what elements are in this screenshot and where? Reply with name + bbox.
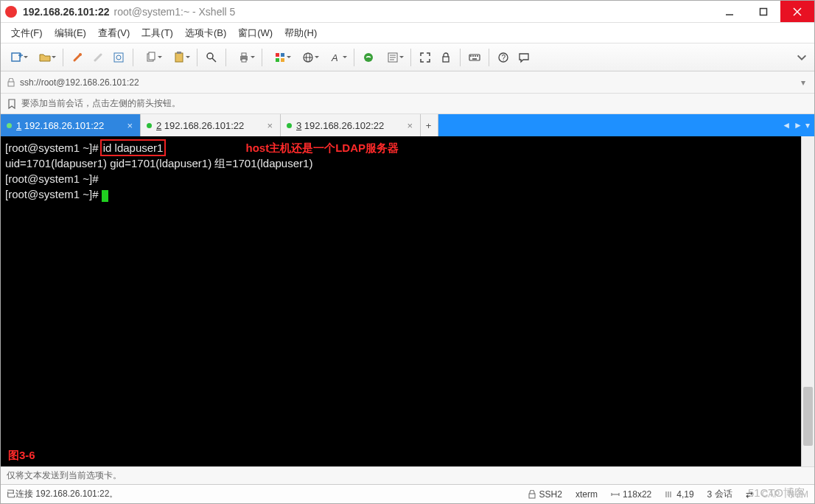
help-button[interactable]: ?	[494, 48, 513, 67]
paste-button[interactable]	[166, 48, 192, 67]
svg-rect-12	[175, 53, 183, 62]
svg-rect-22	[281, 58, 284, 62]
find-button[interactable]	[202, 48, 221, 67]
svg-rect-11	[149, 52, 155, 60]
svg-point-27	[364, 53, 373, 62]
properties-button[interactable]	[109, 48, 128, 67]
toolbar: A ?	[1, 43, 814, 71]
menu-window[interactable]: 窗口(W)	[232, 24, 279, 43]
menu-tools[interactable]: 工具(T)	[136, 24, 179, 43]
tab-label: 192.168.26.102:22	[304, 120, 384, 131]
tab-list-icon[interactable]: ▾	[805, 120, 810, 130]
toolbar-separator	[410, 49, 411, 66]
svg-rect-13	[177, 52, 181, 54]
address-bar: ssh://root@192.168.26.101:22 ▾	[1, 71, 814, 94]
tab-close-icon[interactable]: ×	[267, 120, 273, 131]
app-window: 192.168.26.101:22 root@system1:~ - Xshel…	[0, 0, 815, 504]
toolbar-overflow-button[interactable]	[792, 48, 811, 67]
svg-point-14	[207, 53, 213, 59]
tab-strip: 1 192.168.26.101:22 × 2 192.168.26.101:2…	[1, 114, 814, 136]
svg-rect-8	[114, 53, 123, 62]
svg-rect-21	[276, 58, 279, 62]
tab-close-icon[interactable]: ×	[127, 120, 133, 131]
svg-rect-4	[12, 53, 20, 61]
keyboard-button[interactable]	[465, 48, 484, 67]
toolbar-separator	[354, 49, 354, 66]
pos-icon	[665, 490, 674, 499]
figure-label: 图3-6	[8, 448, 35, 462]
prompt: [root@system1 ~]#	[5, 141, 102, 154]
tab-next-icon[interactable]: ►	[794, 120, 802, 130]
toolbar-separator	[133, 49, 133, 66]
menu-edit[interactable]: 编辑(E)	[49, 24, 92, 43]
num-indicator: NUM	[788, 489, 808, 500]
color-scheme-button[interactable]	[267, 48, 293, 67]
tab-label: 192.168.26.101:22	[24, 120, 104, 131]
status-bar: 已连接 192.168.26.101:22。 SSH2 xterm 118x22…	[1, 484, 814, 503]
svg-text:?: ?	[502, 54, 506, 62]
cursor-icon	[102, 190, 108, 202]
lock-button[interactable]	[436, 48, 455, 67]
prompt: [root@system1 ~]#	[5, 172, 99, 185]
script-button[interactable]	[379, 48, 406, 67]
compose-hint[interactable]: 仅将文本发送到当前选项卡。	[7, 469, 122, 482]
svg-rect-17	[242, 53, 246, 56]
session-tab-3[interactable]: 3 192.168.26.102:22 ×	[281, 114, 421, 136]
svg-rect-1	[760, 8, 767, 15]
fullscreen-button[interactable]	[416, 48, 435, 67]
close-button[interactable]	[780, 1, 814, 22]
xftp-button[interactable]	[359, 48, 378, 67]
open-button[interactable]	[32, 48, 58, 67]
compose-bar: 仅将文本发送到当前选项卡。	[1, 466, 814, 484]
tab-number: 2	[156, 120, 161, 131]
svg-rect-42	[529, 494, 535, 498]
bookmark-icon[interactable]	[7, 99, 17, 109]
svg-line-15	[212, 58, 216, 62]
menu-card[interactable]: 选项卡(B)	[179, 24, 232, 43]
title-ip: 192.168.26.101:22	[23, 6, 110, 18]
menu-bar: 文件(F) 编辑(E) 查看(V) 工具(T) 选项卡(B) 窗口(W) 帮助(…	[1, 23, 814, 43]
svg-rect-18	[242, 59, 246, 62]
terminal-output: uid=1701(ldapuser1) gid=1701(ldapuser1) …	[5, 157, 312, 169]
new-session-button[interactable]	[4, 48, 30, 67]
session-tab-1[interactable]: 1 192.168.26.101:22 ×	[1, 114, 141, 136]
svg-rect-41	[8, 82, 14, 86]
toolbar-separator	[63, 49, 63, 66]
app-icon	[5, 6, 17, 18]
svg-rect-20	[281, 53, 284, 57]
disconnect-button[interactable]	[88, 48, 108, 67]
svg-point-7	[79, 53, 82, 56]
address-text[interactable]: ssh://root@192.168.26.101:22	[20, 77, 794, 88]
minimize-button[interactable]	[713, 1, 746, 22]
toolbar-separator	[262, 49, 262, 66]
title-bar: 192.168.26.101:22 root@system1:~ - Xshel…	[1, 1, 814, 23]
vertical-scrollbar[interactable]	[801, 136, 814, 466]
menu-help[interactable]: 帮助(H)	[279, 24, 323, 43]
tab-prev-icon[interactable]: ◄	[782, 120, 791, 130]
window-buttons	[713, 1, 814, 22]
tab-nav: ◄ ► ▾	[782, 114, 810, 136]
font-button[interactable]: A	[323, 48, 349, 67]
menu-view[interactable]: 查看(V)	[92, 24, 136, 43]
add-tab-button[interactable]: +	[421, 114, 438, 136]
maximize-button[interactable]	[746, 1, 780, 22]
address-dropdown-icon[interactable]: ▾	[798, 77, 808, 88]
toolbar-separator	[197, 49, 197, 66]
menu-file[interactable]: 文件(F)	[5, 24, 49, 43]
encoding-button[interactable]	[295, 48, 321, 67]
svg-text:A: A	[331, 52, 338, 63]
status-indicators: ⇄ CAP NUM	[746, 489, 808, 500]
reconnect-button[interactable]	[68, 48, 87, 67]
session-tab-2[interactable]: 2 192.168.26.101:22 ×	[141, 114, 281, 136]
scrollbar-thumb[interactable]	[803, 387, 813, 446]
status-dot-icon	[147, 123, 152, 128]
print-button[interactable]	[231, 48, 257, 67]
terminal[interactable]: [root@system1 ~]# id ldapuser1 host主机还是一…	[1, 136, 801, 466]
status-term-type: xterm	[576, 489, 598, 500]
lock-icon	[528, 490, 536, 499]
toolbar-separator	[489, 49, 489, 66]
tab-close-icon[interactable]: ×	[407, 120, 413, 131]
svg-rect-19	[276, 53, 279, 57]
chat-button[interactable]	[514, 48, 534, 67]
copy-button[interactable]	[138, 48, 164, 67]
